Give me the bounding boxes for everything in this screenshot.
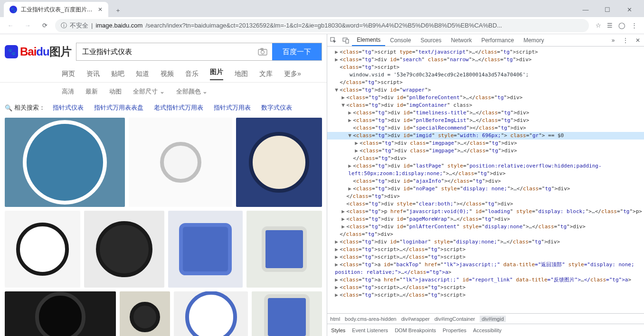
styles-tab[interactable]: Accessibility xyxy=(473,327,502,333)
url-input[interactable]: ⓘ 不安全 | image.baidu.com/search/index?tn=… xyxy=(55,19,589,32)
breadcrumb[interactable]: htmlbody.cms-area-hiddendiv#wrapperdiv#i… xyxy=(327,313,644,324)
dom-node[interactable]: ▼<class="tg">div id="imgContainer" class… xyxy=(327,102,644,109)
forward-icon[interactable]: → xyxy=(21,19,34,32)
related-link[interactable]: 数字式仪表 xyxy=(261,104,292,111)
devtools-tab-network[interactable]: Network xyxy=(446,34,476,46)
image-result[interactable] xyxy=(174,291,248,336)
dom-node[interactable]: </class="tg">div> xyxy=(327,155,644,162)
tab-知道[interactable]: 知道 xyxy=(136,70,149,78)
profile-icon[interactable]: ◯ xyxy=(618,22,625,29)
image-result[interactable] xyxy=(120,291,170,336)
dom-node[interactable]: ▶<class="tg">script>…</class="tg">script… xyxy=(327,284,644,291)
dom-node[interactable]: ▼<class="tg">div id="imgid" style="width… xyxy=(327,132,644,140)
dom-node[interactable]: ▶<class="tg">div class="imgpage">…</clas… xyxy=(327,147,644,155)
related-link[interactable]: 指针式万用表表盘 xyxy=(94,104,143,111)
dom-node[interactable]: ▶<class="tg">script type="text/javascrip… xyxy=(327,48,644,56)
tab-网页[interactable]: 网页 xyxy=(62,70,75,78)
devtools-close-icon[interactable]: ✕ xyxy=(632,37,644,44)
tab-视频[interactable]: 视频 xyxy=(161,70,174,78)
dom-node[interactable]: ▶<class="tg">div class="imgpage">…</clas… xyxy=(327,140,644,147)
devtools-tab-sources[interactable]: Sources xyxy=(416,34,446,46)
filter-0[interactable]: 高清 xyxy=(62,87,74,96)
baidu-logo[interactable]: 🐾 Baidu图片 xyxy=(5,44,71,59)
dom-node[interactable]: ▶<class="tg">a href=""lk">javascript:;" … xyxy=(327,276,644,284)
tab-地图[interactable]: 地图 xyxy=(235,70,248,78)
devtools-menu-icon[interactable]: ⋮ xyxy=(619,37,632,44)
filter-4[interactable]: 全部颜色 ⌄ xyxy=(176,87,208,96)
dom-node[interactable]: ▶<class="tg">div id="timeliness-title">…… xyxy=(327,109,644,117)
dom-node[interactable]: </class="tg">script> xyxy=(327,79,644,86)
image-result[interactable] xyxy=(252,291,322,336)
dom-node[interactable]: ▶<class="tg">div id="search" class="narr… xyxy=(327,56,644,64)
dom-node[interactable]: </class="tg">div> xyxy=(327,193,644,200)
dom-node[interactable]: ▶<class="tg">div id="loginbar" style="di… xyxy=(327,238,644,246)
dom-node[interactable]: ▼<class="tg">div id="wrapper"> xyxy=(327,86,644,94)
styles-tab[interactable]: Event Listeners xyxy=(352,327,388,333)
image-result[interactable] xyxy=(84,211,164,288)
dom-node[interactable]: ▶<class="tg">div id="pnlBeforeContent">…… xyxy=(327,94,644,102)
device-icon[interactable] xyxy=(340,37,352,44)
styles-tab[interactable]: Properties xyxy=(443,327,466,333)
close-window-icon[interactable]: ✕ xyxy=(618,2,640,17)
image-result[interactable] xyxy=(5,291,116,336)
dom-node[interactable]: ▶<class="tg">div id="lastPage" style="po… xyxy=(327,162,644,177)
crumb-item[interactable]: div#wrapper xyxy=(401,316,430,322)
related-link[interactable]: 指针式仪表 xyxy=(53,104,84,111)
dom-node[interactable]: window.vsid = '53e79cd0c32a49ecd9c2e1800… xyxy=(327,71,644,79)
crumb-item[interactable]: div#imgContainer xyxy=(435,316,475,322)
filter-3[interactable]: 全部尺寸 ⌄ xyxy=(133,87,165,96)
dom-node[interactable]: ▶<class="tg">script>…</class="tg">script… xyxy=(327,291,644,299)
search-input[interactable] xyxy=(76,43,254,60)
tab-图片[interactable]: 图片 xyxy=(210,68,223,80)
devtools-tab-console[interactable]: Console xyxy=(385,34,416,46)
camera-icon[interactable] xyxy=(253,43,272,60)
tab-资讯[interactable]: 资讯 xyxy=(86,70,100,78)
close-tab-icon[interactable]: ✕ xyxy=(98,6,103,13)
tab-文库[interactable]: 文库 xyxy=(259,70,273,78)
dom-node[interactable]: ▶<class="tg">div id="noPage" style="disp… xyxy=(327,185,644,193)
filter-1[interactable]: 最新 xyxy=(85,87,98,96)
filter-2[interactable]: 动图 xyxy=(109,87,122,96)
dom-node[interactable]: ▶<class="tg">script>…</class="tg">script… xyxy=(327,246,644,253)
crumb-item[interactable]: html xyxy=(330,316,340,322)
dom-node[interactable]: ▶<class="tg">div id="pnlBeforeImgList">…… xyxy=(327,117,644,124)
image-result[interactable] xyxy=(236,118,322,207)
styles-tab[interactable]: Styles xyxy=(331,327,345,333)
dom-node[interactable]: ▶<class="tg">p href="javascript:void(0);… xyxy=(327,208,644,215)
dom-node[interactable]: ▶<class="tg">div id="pageMoreWrap">…</cl… xyxy=(327,215,644,223)
devtools-tab-memory[interactable]: Memory xyxy=(519,34,549,46)
menu-icon[interactable]: ⋮ xyxy=(631,22,637,29)
related-link[interactable]: 老式指针式万用表 xyxy=(154,104,203,111)
extension-icon[interactable]: ☰ xyxy=(607,22,613,29)
search-button[interactable]: 百度一下 xyxy=(272,43,322,60)
image-result[interactable] xyxy=(129,118,232,207)
devtools-tab-elements[interactable]: Elements xyxy=(352,34,385,46)
styles-tab[interactable]: DOM Breakpoints xyxy=(395,327,436,333)
image-result[interactable] xyxy=(168,211,243,288)
new-tab-button[interactable]: ＋ xyxy=(111,4,124,17)
maximize-icon[interactable]: ☐ xyxy=(597,2,618,17)
tab-音乐[interactable]: 音乐 xyxy=(185,70,199,78)
elements-tree[interactable]: ▶<class="tg">script type="text/javascrip… xyxy=(327,47,644,313)
tab-更多»[interactable]: 更多» xyxy=(284,70,301,78)
dom-node[interactable]: <class="tg">div id="specialRecommend"></… xyxy=(327,124,644,132)
related-link[interactable]: 指针式万用表 xyxy=(214,104,251,111)
back-icon[interactable]: ← xyxy=(4,19,17,32)
dom-node[interactable]: <class="tg">div id="ajaxInfo"></class="t… xyxy=(327,177,644,185)
dom-node[interactable]: <class="tg">div style="clear:both;"></cl… xyxy=(327,200,644,208)
crumb-item[interactable]: div#imgid xyxy=(480,316,505,322)
reload-icon[interactable]: ⟳ xyxy=(38,19,51,32)
tab-贴吧[interactable]: 贴吧 xyxy=(111,70,124,78)
more-tabs-icon[interactable]: » xyxy=(607,37,619,44)
dom-node[interactable]: <class="tg">script> xyxy=(327,64,644,71)
image-result[interactable] xyxy=(5,118,125,207)
dom-node[interactable]: ▶<class="tg">a id="backTop" href=""lk">j… xyxy=(327,261,644,276)
dom-node[interactable]: ▶<class="tg">script>…</class="tg">script… xyxy=(327,253,644,261)
star-icon[interactable]: ☆ xyxy=(596,22,601,29)
browser-tab[interactable]: 🐾 工业指针式仪表_百度图片搜索 ✕ xyxy=(4,2,108,17)
dom-node[interactable]: </class="tg">div> xyxy=(327,231,644,238)
devtools-tab-performance[interactable]: Performance xyxy=(476,34,519,46)
image-result[interactable] xyxy=(246,211,322,288)
dom-node[interactable]: ▶<class="tg">div id="pnlAfterContent" st… xyxy=(327,223,644,231)
inspect-icon[interactable] xyxy=(327,37,340,44)
